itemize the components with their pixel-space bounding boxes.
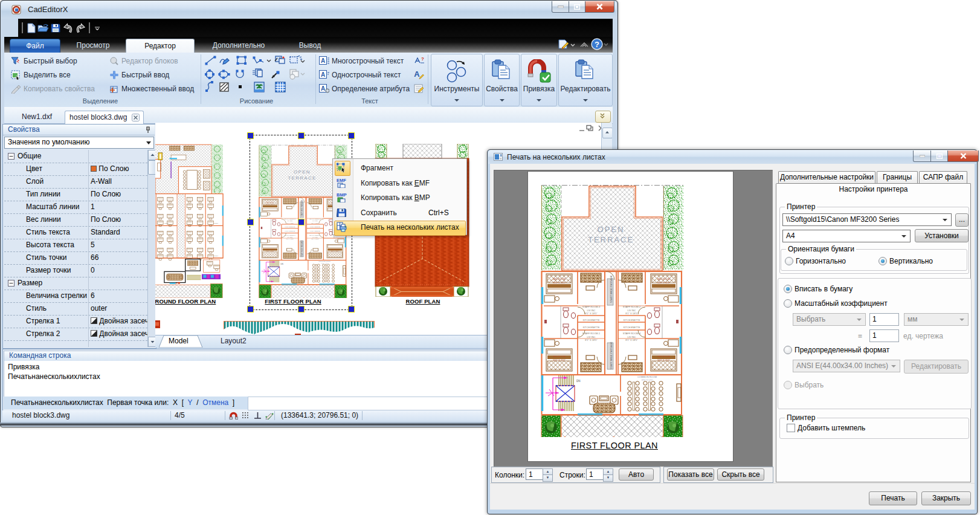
svg-text:?: ? [421, 56, 424, 62]
svg-text:EMF: EMF [337, 178, 346, 183]
svg-text:A: A [414, 70, 420, 79]
svg-text:A: A [321, 85, 325, 92]
svg-text:?: ? [595, 40, 599, 49]
svg-text:A: A [321, 71, 325, 78]
svg-text:BMP: BMP [337, 192, 347, 198]
svg-text:A: A [321, 57, 325, 64]
